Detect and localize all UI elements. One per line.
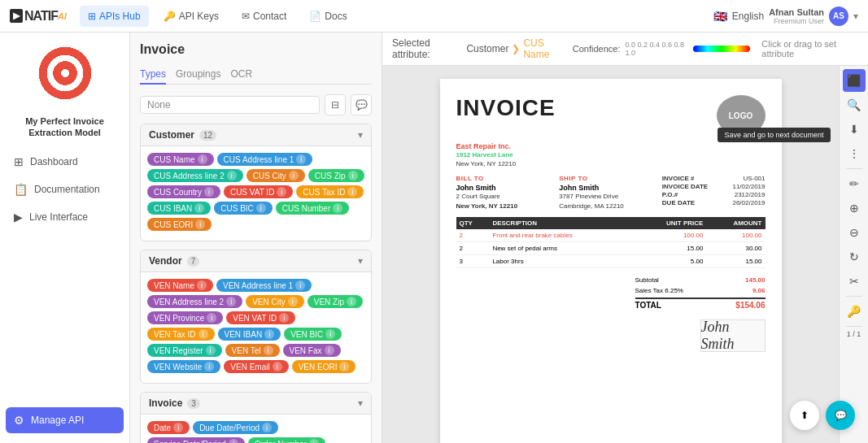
tag-info-icon[interactable]: i <box>207 313 216 323</box>
vendor-section-toggle[interactable]: ▾ <box>358 255 363 267</box>
vendor-tag-0[interactable]: VEN Namei <box>147 279 213 292</box>
vendor-tag-14[interactable]: VEN Emaili <box>224 360 288 373</box>
tag-info-icon[interactable]: i <box>347 187 357 197</box>
tag-info-icon[interactable]: i <box>226 297 236 306</box>
customer-tag-4[interactable]: CUS Zipi <box>308 169 364 182</box>
customer-tag-3[interactable]: CUS Cityi <box>246 169 305 182</box>
tab-groupings[interactable]: Groupings <box>176 65 220 85</box>
tag-info-icon[interactable]: i <box>339 362 349 371</box>
tag-info-icon[interactable]: i <box>194 203 204 213</box>
tag-info-icon[interactable]: i <box>279 313 289 323</box>
customer-tag-10[interactable]: CUS Numberi <box>276 202 349 215</box>
save-next-button[interactable]: Save and go to next document <box>718 128 830 142</box>
vendor-tag-1[interactable]: VEN Address line 1i <box>216 279 312 292</box>
invoice-tag-2[interactable]: Service Date/Periodi <box>147 437 245 443</box>
tab-types[interactable]: Types <box>140 65 166 85</box>
vendor-tag-7[interactable]: VEN Tax IDi <box>147 328 215 341</box>
customer-tag-11[interactable]: CUS EORIi <box>147 218 212 231</box>
filter-input[interactable]: None <box>140 96 320 114</box>
vendor-tag-6[interactable]: VEN VAT IDi <box>226 311 295 324</box>
customer-section-toggle[interactable]: ▾ <box>358 129 363 141</box>
customer-tag-6[interactable]: CUS VAT IDi <box>224 185 293 198</box>
tool-zoom-out[interactable]: ⊖ <box>843 221 866 244</box>
chat-button[interactable]: 💬 <box>826 401 855 430</box>
customer-tag-0[interactable]: CUS Namei <box>147 153 214 166</box>
vendor-tag-9[interactable]: VEN BICi <box>284 328 342 341</box>
company-addr2: New York, NY 12210 <box>456 159 765 168</box>
tag-info-icon[interactable]: i <box>273 362 282 371</box>
tag-info-icon[interactable]: i <box>348 171 358 180</box>
vendor-tag-10[interactable]: VEN Registeri <box>147 344 222 357</box>
nav-tab-apis-hub[interactable]: ⊞ APIs Hub <box>80 6 149 27</box>
sidebar-item-live-interface[interactable]: ▶ Live Interface <box>6 204 124 230</box>
tag-info-icon[interactable]: i <box>173 423 183 432</box>
message-button[interactable]: 💬 <box>351 94 372 115</box>
customer-tag-9[interactable]: CUS BICi <box>214 202 273 215</box>
tag-info-icon[interactable]: i <box>195 219 205 229</box>
user-dropdown-icon[interactable]: ▾ <box>853 11 858 22</box>
vendor-tag-13[interactable]: VEN Websitei <box>147 360 220 373</box>
tag-info-icon[interactable]: i <box>264 345 273 355</box>
tool-download[interactable]: ⬇ <box>843 118 866 141</box>
vendor-tag-11[interactable]: VEN Teli <box>225 344 280 357</box>
tag-info-icon[interactable]: i <box>206 345 216 355</box>
tag-info-icon[interactable]: i <box>262 423 272 432</box>
tool-rotate[interactable]: ↻ <box>843 245 866 268</box>
filter-button[interactable]: ⊟ <box>325 94 346 115</box>
sidebar-item-dashboard[interactable]: ⊞ Dashboard <box>6 149 124 175</box>
tag-info-icon[interactable]: i <box>229 439 238 443</box>
vendor-tag-3[interactable]: VEN Cityi <box>246 295 304 308</box>
customer-tag-5[interactable]: CUS Countryi <box>147 185 220 198</box>
upload-button[interactable]: ⬆ <box>790 401 819 430</box>
tag-info-icon[interactable]: i <box>288 297 298 306</box>
tool-zoom-fit[interactable]: ⊕ <box>843 197 866 219</box>
sidebar-item-documentation[interactable]: 📋 Documentation <box>6 176 124 202</box>
nav-tab-docs[interactable]: 📄 Docs <box>301 6 355 27</box>
tag-info-icon[interactable]: i <box>289 171 299 180</box>
tag-info-icon[interactable]: i <box>325 329 335 339</box>
tool-edit[interactable]: ✏ <box>843 172 866 195</box>
tool-crop[interactable]: ✂ <box>843 270 866 293</box>
tag-info-icon[interactable]: i <box>204 362 214 371</box>
tag-info-icon[interactable]: i <box>347 297 356 306</box>
vendor-tag-2[interactable]: VEN Address line 2i <box>147 295 242 308</box>
customer-tag-2[interactable]: CUS Address line 2i <box>147 169 243 182</box>
tab-ocr[interactable]: OCR <box>230 65 252 85</box>
vendor-tag-12[interactable]: VEN Faxi <box>283 344 341 357</box>
vendor-tag-4[interactable]: VEN Zipi <box>308 295 363 308</box>
tag-info-icon[interactable]: i <box>264 329 274 339</box>
nav-tab-contact[interactable]: ✉ Contact <box>233 6 294 27</box>
doc-content[interactable]: INVOICE LOGO Save and go to next documen… <box>382 66 839 443</box>
tag-info-icon[interactable]: i <box>227 171 237 180</box>
customer-tag-1[interactable]: CUS Address line 1i <box>217 153 313 166</box>
sidebar-item-manage-api[interactable]: ⚙ Manage API <box>6 407 124 433</box>
invoice-tag-1[interactable]: Due Date/Periodi <box>193 421 278 434</box>
tag-info-icon[interactable]: i <box>198 329 208 339</box>
tag-info-icon[interactable]: i <box>333 203 342 213</box>
tag-info-icon[interactable]: i <box>256 203 266 213</box>
vendor-tag-15[interactable]: VEN EORIi <box>292 360 356 373</box>
vendor-tag-5[interactable]: VEN Provincei <box>147 311 223 324</box>
logo-text: NATIF <box>24 9 58 24</box>
invoice-tag-3[interactable]: Order Numberi <box>248 437 325 443</box>
user-avatar[interactable]: AS <box>829 7 848 26</box>
tag-info-icon[interactable]: i <box>295 280 305 290</box>
tag-info-icon[interactable]: i <box>197 280 207 290</box>
tag-info-icon[interactable]: i <box>277 187 286 197</box>
tag-info-icon[interactable]: i <box>325 345 334 355</box>
tool-key[interactable]: 🔑 <box>843 300 866 323</box>
nav-tab-api-keys[interactable]: 🔑 API Keys <box>155 6 227 27</box>
tool-zoom-in[interactable]: 🔍 <box>843 93 866 116</box>
tag-info-icon[interactable]: i <box>204 187 214 197</box>
invoice-section-toggle[interactable]: ▾ <box>358 397 363 409</box>
tag-info-icon[interactable]: i <box>198 154 207 164</box>
tool-select[interactable]: ⬛ <box>843 69 866 92</box>
vendor-tag-8[interactable]: VEN IBANi <box>218 328 281 341</box>
tag-info-icon[interactable]: i <box>309 439 319 443</box>
tool-split[interactable]: ⋮ <box>843 142 866 165</box>
invoice-totals: Subtotal 145.00 Sales Tax 6.25% 9.06 TOT… <box>635 275 765 311</box>
customer-tag-7[interactable]: CUS Tax IDi <box>296 185 364 198</box>
tag-info-icon[interactable]: i <box>296 154 306 164</box>
invoice-tag-0[interactable]: Datei <box>147 421 190 434</box>
customer-tag-8[interactable]: CUS IBANi <box>147 202 211 215</box>
